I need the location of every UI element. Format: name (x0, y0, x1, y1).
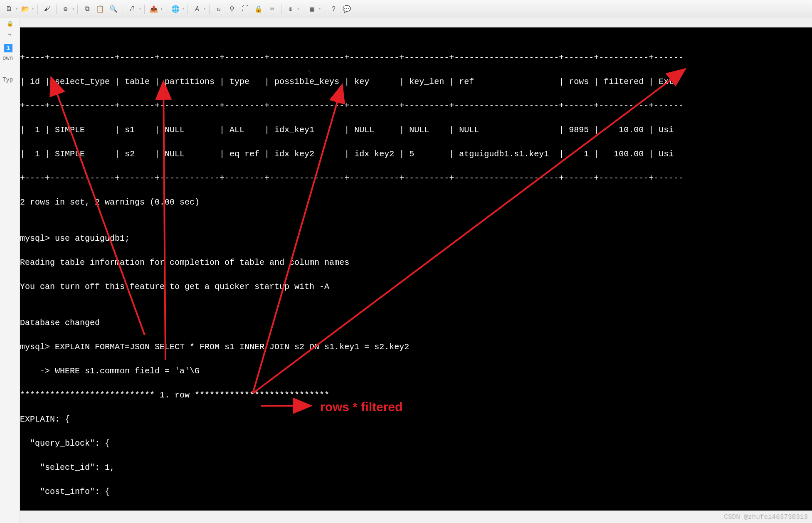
table-border: +----+-------------+-------+------------… (20, 52, 812, 64)
export-icon[interactable]: 📤 (148, 3, 160, 15)
open-file-icon[interactable]: 📂 (20, 3, 31, 15)
row-separator: *************************** 1. row *****… (20, 389, 812, 401)
console-line: Database changed (20, 317, 812, 329)
toolbar-separator (123, 5, 123, 14)
toolbar-separator (77, 5, 78, 14)
print-icon[interactable]: 🖨 (126, 3, 138, 15)
help-icon[interactable]: ? (328, 3, 339, 15)
console-line: -> WHERE s1.common_field = 'a'\G (20, 365, 812, 377)
toolbar-separator (281, 5, 281, 14)
arrow-gutter-icon[interactable]: ↪ (0, 29, 20, 40)
mysql-prompt: mysql> use atguigudb1; (20, 232, 812, 244)
json-line: "cost_info": { (20, 486, 812, 498)
search-icon[interactable]: 🔍 (108, 3, 119, 15)
lock-gutter-icon[interactable]: 🔒 (0, 18, 20, 29)
lock-icon[interactable]: 🔒 (253, 3, 264, 15)
gutter-label-own: own (0, 55, 20, 62)
editor-gutter: 🔒 ↪ 1 own Typ (0, 18, 20, 523)
table-header-row: | id | select_type | table | partitions … (20, 76, 812, 88)
json-line: "query_block": { (20, 437, 812, 449)
bug-icon[interactable]: ⚲ (226, 3, 238, 15)
terminal-output[interactable]: +----+-------------+-------+------------… (20, 27, 812, 511)
json-line: EXPLAIN: { (20, 413, 812, 425)
watermark-text: CSDN @zhufei463738313 (724, 513, 808, 521)
add-file-icon[interactable]: ⊕ (285, 3, 296, 15)
status-bar: CSDN @zhufei463738313 (0, 511, 812, 523)
toolbar-separator (144, 5, 145, 14)
keyboard-icon[interactable]: ⌨ (266, 3, 278, 15)
mouse-cursor-icon: ↖ (308, 67, 312, 76)
refresh-icon[interactable]: ↻ (213, 3, 225, 15)
gutter-label-type: Typ (0, 76, 20, 83)
mysql-prompt: mysql> EXPLAIN FORMAT=JSON SELECT * FROM… (20, 341, 812, 353)
toolbar-separator (166, 5, 166, 14)
toolbar-separator (56, 5, 57, 14)
toolbar-separator (303, 5, 303, 14)
fullscreen-icon[interactable]: ⛶ (239, 3, 251, 15)
active-line-number[interactable]: 1 (4, 44, 12, 52)
toolbar-separator (37, 5, 38, 14)
comment-icon[interactable]: 💬 (341, 3, 353, 15)
gear-icon[interactable]: ⚙ (60, 3, 72, 15)
toolbar-separator (209, 5, 210, 14)
table-border: +----+-------------+-------+------------… (20, 172, 812, 184)
font-icon[interactable]: A (191, 3, 203, 15)
layout-icon[interactable]: ▦ (306, 3, 318, 15)
toolbar: 🗎▾ 📂▾ 🖌 ⚙▾ ⧉ 📋 🔍 🖨▾ 📤▾ 🌐▾ A▾ ↻ ⚲ ⛶ 🔒 ⌨ ⊕… (0, 0, 812, 18)
console-line: You can turn off this feature to get a q… (20, 281, 812, 293)
json-line: "select_id": 1, (20, 461, 812, 474)
paste-icon[interactable]: 📋 (94, 3, 106, 15)
toolbar-separator (324, 5, 324, 14)
globe-icon[interactable]: 🌐 (170, 3, 181, 15)
table-border: +----+-------------+-------+------------… (20, 100, 812, 112)
table-row: | 1 | SIMPLE | s2 | NULL | eq_ref | idx_… (20, 148, 812, 160)
table-row: | 1 | SIMPLE | s1 | NULL | ALL | idx_key… (20, 124, 812, 136)
console-line: Reading table information for completion… (20, 257, 812, 269)
paint-icon[interactable]: 🖌 (41, 3, 53, 15)
toolbar-separator (188, 5, 188, 14)
copy-icon[interactable]: ⧉ (81, 3, 93, 15)
new-file-icon[interactable]: 🗎 (3, 3, 15, 15)
result-summary: 2 rows in set, 2 warnings (0.00 sec) (20, 196, 812, 208)
